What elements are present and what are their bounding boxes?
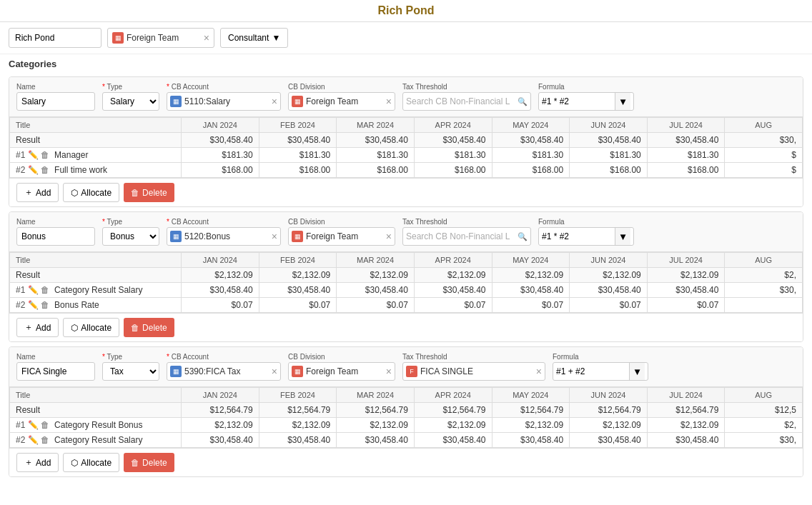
table-row: Result $30,458.40$30,458.40$30,458.40$30… <box>10 133 803 148</box>
cell-value: $2,132.09 <box>414 418 492 433</box>
table-footer-bonus: ＋ Add ⬡ Allocate 🗑 Delete <box>9 313 803 341</box>
name-input[interactable] <box>16 92 95 111</box>
formula-field[interactable]: ▼ <box>538 92 634 111</box>
cb-account-field[interactable]: ▦ 5110:Salary × <box>167 92 281 111</box>
cell-value: $2,132.09 <box>259 418 337 433</box>
allocate-button[interactable]: ⬡ Allocate <box>63 453 119 472</box>
row-number: #1 <box>16 420 25 430</box>
tax-threshold-placeholder: Search CB Non-Financial L <box>406 96 515 106</box>
formula-dropdown-button[interactable]: ▼ <box>615 93 630 110</box>
cell-value: $12,564.79 <box>492 403 570 418</box>
name-input[interactable] <box>16 362 95 381</box>
formula-input[interactable] <box>542 231 613 241</box>
cell-value: $0.07 <box>492 298 570 313</box>
name-input[interactable] <box>16 227 95 246</box>
formula-field[interactable]: ▼ <box>553 362 648 381</box>
edit-icon[interactable]: ✏️ <box>28 165 39 175</box>
cell-value: $181.30 <box>647 148 725 163</box>
cell-value: $30,458.40 <box>337 283 415 298</box>
row-actions: ✏️ 🗑 <box>28 435 49 445</box>
cb-account-close-icon[interactable]: × <box>272 231 277 241</box>
row-title-cell: #2 ✏️ 🗑 Bonus Rate <box>10 298 182 313</box>
cb-division-field[interactable]: ▦ Foreign Team × <box>288 92 395 111</box>
delete-row-icon[interactable]: 🗑 <box>41 285 49 295</box>
col-header-1: JAN 2024 <box>182 118 259 133</box>
delete-icon: 🗑 <box>131 188 139 198</box>
cb-division-label: CB Division <box>288 353 395 361</box>
edit-icon[interactable]: ✏️ <box>28 300 39 310</box>
person-name-input[interactable] <box>9 28 102 48</box>
cb-division-field-group: CB Division ▦ Foreign Team × <box>288 83 395 111</box>
delete-label: Delete <box>142 458 167 468</box>
tax-threshold-field[interactable]: F FICA SINGLE × <box>402 362 545 381</box>
row-title-cell: #2 ✏️ 🗑 Full time work <box>10 163 182 178</box>
cell-value: $12,564.79 <box>259 403 337 418</box>
formula-input[interactable] <box>542 96 613 106</box>
formula-dropdown-button[interactable]: ▼ <box>629 363 645 380</box>
cb-account-close-icon[interactable]: × <box>272 366 277 376</box>
table-row: #1 ✏️ 🗑 Category Result Bonus $2,132.09$… <box>10 418 803 433</box>
delete-button[interactable]: 🗑 Delete <box>124 183 174 202</box>
cell-value: $30, <box>725 133 803 148</box>
cb-account-close-icon[interactable]: × <box>272 96 277 106</box>
row-actions: ✏️ 🗑 <box>28 150 49 160</box>
tax-threshold-field-group: Tax Threshold F FICA SINGLE × <box>402 353 545 381</box>
cb-division-close-icon[interactable]: × <box>386 366 392 376</box>
delete-row-icon[interactable]: 🗑 <box>41 435 49 445</box>
allocate-button[interactable]: ⬡ Allocate <box>63 318 119 337</box>
cb-account-value: 5390:FICA Tax <box>184 366 269 376</box>
edit-icon[interactable]: ✏️ <box>28 150 39 160</box>
tax-threshold-label: Tax Threshold <box>402 353 545 361</box>
row-actions: ✏️ 🗑 <box>28 165 49 175</box>
table-row: #2 ✏️ 🗑 Category Result Salary $30,458.4… <box>10 433 803 448</box>
delete-row-icon[interactable]: 🗑 <box>41 165 49 175</box>
cell-value: $2, <box>725 418 803 433</box>
cell-value: $2,132.09 <box>570 418 648 433</box>
delete-row-icon[interactable]: 🗑 <box>41 420 49 430</box>
cb-account-field[interactable]: ▦ 5390:FICA Tax × <box>167 362 281 381</box>
formula-dropdown-button[interactable]: ▼ <box>615 228 630 245</box>
cell-value: $181.30 <box>492 148 570 163</box>
cb-division-close-icon[interactable]: × <box>386 231 392 241</box>
edit-icon[interactable]: ✏️ <box>28 285 39 295</box>
col-header-3: MAR 2024 <box>337 118 415 133</box>
cb-division-label: CB Division <box>288 83 395 91</box>
add-button[interactable]: ＋ Add <box>16 453 59 472</box>
add-button[interactable]: ＋ Add <box>16 318 59 337</box>
team-select[interactable]: ▦ Foreign Team × <box>107 28 214 48</box>
delete-label: Delete <box>142 323 167 333</box>
col-header-2: FEB 2024 <box>259 253 337 268</box>
delete-button[interactable]: 🗑 Delete <box>124 318 174 337</box>
tax-threshold-close-icon[interactable]: × <box>536 366 542 376</box>
cb-account-value: 5120:Bonus <box>184 231 269 241</box>
type-select[interactable]: Salary <box>102 92 159 111</box>
cell-value: $ <box>725 148 803 163</box>
formula-field[interactable]: ▼ <box>538 227 634 246</box>
type-select[interactable]: Bonus <box>102 227 159 246</box>
team-close-icon[interactable]: × <box>204 33 209 43</box>
name-field-group: Name <box>16 353 95 381</box>
cb-division-close-icon[interactable]: × <box>386 96 392 106</box>
cb-account-field[interactable]: ▦ 5120:Bonus × <box>167 227 281 246</box>
allocate-button[interactable]: ⬡ Allocate <box>63 183 119 202</box>
row-number: #2 <box>16 435 25 445</box>
tax-threshold-field-group: Tax Threshold Search CB Non-Financial L … <box>402 83 531 111</box>
add-label: Add <box>36 458 51 468</box>
add-button[interactable]: ＋ Add <box>16 183 59 202</box>
tax-threshold-field[interactable]: Search CB Non-Financial L 🔍 <box>402 92 531 111</box>
delete-row-icon[interactable]: 🗑 <box>41 300 49 310</box>
delete-row-icon[interactable]: 🗑 <box>41 150 49 160</box>
cb-division-value: Foreign Team <box>306 96 383 106</box>
formula-input[interactable] <box>556 366 628 376</box>
tax-threshold-field[interactable]: Search CB Non-Financial L 🔍 <box>402 227 531 246</box>
delete-button[interactable]: 🗑 Delete <box>124 453 174 472</box>
cb-division-field[interactable]: ▦ Foreign Team × <box>288 227 395 246</box>
edit-icon[interactable]: ✏️ <box>28 435 39 445</box>
consultant-button[interactable]: Consultant ▼ <box>220 28 288 48</box>
edit-icon[interactable]: ✏️ <box>28 420 39 430</box>
cb-division-field[interactable]: ▦ Foreign Team × <box>288 362 395 381</box>
consultant-arrow-icon: ▼ <box>272 33 280 43</box>
type-select[interactable]: Tax <box>102 362 159 381</box>
cell-value: $2,132.09 <box>570 268 648 283</box>
cell-value: $2,132.09 <box>414 268 492 283</box>
